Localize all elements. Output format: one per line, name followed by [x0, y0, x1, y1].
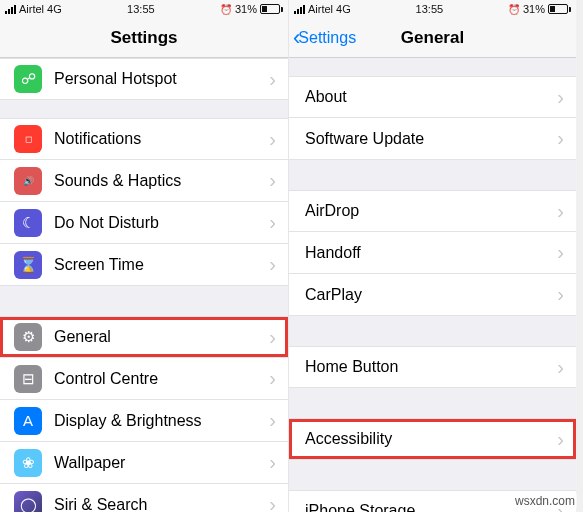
row-personal-hotspot[interactable]: ☍Personal Hotspot›: [0, 58, 288, 100]
row-control-centre[interactable]: ⊟Control Centre›: [0, 358, 288, 400]
screentime-icon: ⌛: [14, 251, 42, 279]
battery-icon: [548, 4, 571, 14]
chevron-right-icon: ›: [557, 241, 564, 264]
general-icon: ⚙: [14, 323, 42, 351]
row-software-update[interactable]: Software Update›: [289, 118, 576, 160]
chevron-right-icon: ›: [269, 128, 276, 151]
signal-icon: [5, 5, 16, 14]
chevron-right-icon: ›: [557, 356, 564, 379]
row-label: Home Button: [305, 358, 557, 376]
settings-list[interactable]: ☍Personal Hotspot› ◻︎Notifications›🔊Soun…: [0, 58, 288, 512]
nav-header: ‹ Settings General: [289, 18, 576, 58]
row-label: Personal Hotspot: [54, 70, 269, 88]
row-handoff[interactable]: Handoff›: [289, 232, 576, 274]
chevron-right-icon: ›: [269, 68, 276, 91]
row-label: AirDrop: [305, 202, 557, 220]
row-label: Handoff: [305, 244, 557, 262]
chevron-right-icon: ›: [557, 86, 564, 109]
battery-percent: 31%: [235, 3, 257, 15]
row-label: Siri & Search: [54, 496, 269, 513]
battery-icon: [260, 4, 283, 14]
chevron-right-icon: ›: [557, 127, 564, 150]
chevron-right-icon: ›: [269, 409, 276, 432]
row-display-brightness[interactable]: ADisplay & Brightness›: [0, 400, 288, 442]
status-bar: Airtel 4G 13:55 ⏰ 31%: [0, 0, 288, 18]
row-notifications[interactable]: ◻︎Notifications›: [0, 118, 288, 160]
general-screen: Airtel 4G 13:55 ⏰ 31% ‹ Settings General…: [288, 0, 576, 512]
network-label: 4G: [47, 3, 62, 15]
dnd-icon: ☾: [14, 209, 42, 237]
row-accessibility[interactable]: Accessibility›: [289, 418, 576, 460]
chevron-right-icon: ›: [269, 169, 276, 192]
row-general[interactable]: ⚙General›: [0, 316, 288, 358]
chevron-right-icon: ›: [269, 326, 276, 349]
alarm-icon: ⏰: [220, 4, 232, 15]
page-title: General: [401, 28, 464, 48]
row-wallpaper[interactable]: ❀Wallpaper›: [0, 442, 288, 484]
signal-icon: [294, 5, 305, 14]
row-label: Software Update: [305, 130, 557, 148]
back-button[interactable]: ‹ Settings: [293, 18, 356, 57]
chevron-right-icon: ›: [557, 428, 564, 451]
row-label: Do Not Disturb: [54, 214, 269, 232]
chevron-right-icon: ›: [557, 200, 564, 223]
row-label: Screen Time: [54, 256, 269, 274]
nav-header: Settings: [0, 18, 288, 58]
row-label: General: [54, 328, 269, 346]
row-label: Wallpaper: [54, 454, 269, 472]
settings-screen: Airtel 4G 13:55 ⏰ 31% Settings ☍Personal…: [0, 0, 288, 512]
chevron-right-icon: ›: [557, 283, 564, 306]
carrier-label: Airtel: [19, 3, 44, 15]
row-sounds-haptics[interactable]: 🔊Sounds & Haptics›: [0, 160, 288, 202]
general-list[interactable]: About›Software Update› AirDrop›Handoff›C…: [289, 58, 576, 512]
siri-icon: ◯: [14, 491, 42, 513]
chevron-right-icon: ›: [269, 493, 276, 512]
chevron-right-icon: ›: [269, 253, 276, 276]
row-do-not-disturb[interactable]: ☾Do Not Disturb›: [0, 202, 288, 244]
chevron-right-icon: ›: [269, 367, 276, 390]
display-icon: A: [14, 407, 42, 435]
notifications-icon: ◻︎: [14, 125, 42, 153]
row-home-button[interactable]: Home Button›: [289, 346, 576, 388]
row-label: Display & Brightness: [54, 412, 269, 430]
chevron-right-icon: ›: [269, 451, 276, 474]
alarm-icon: ⏰: [508, 4, 520, 15]
page-title: Settings: [110, 28, 177, 48]
row-label: Control Centre: [54, 370, 269, 388]
personal-hotspot-icon: ☍: [14, 65, 42, 93]
row-about[interactable]: About›: [289, 76, 576, 118]
control-centre-icon: ⊟: [14, 365, 42, 393]
row-label: Notifications: [54, 130, 269, 148]
row-carplay[interactable]: CarPlay›: [289, 274, 576, 316]
back-label: Settings: [298, 29, 356, 47]
clock: 13:55: [416, 3, 444, 15]
battery-percent: 31%: [523, 3, 545, 15]
row-label: CarPlay: [305, 286, 557, 304]
clock: 13:55: [127, 3, 155, 15]
network-label: 4G: [336, 3, 351, 15]
wallpaper-icon: ❀: [14, 449, 42, 477]
status-bar: Airtel 4G 13:55 ⏰ 31%: [289, 0, 576, 18]
row-siri-search[interactable]: ◯Siri & Search›: [0, 484, 288, 512]
watermark: wsxdn.com: [513, 494, 577, 508]
row-screen-time[interactable]: ⌛Screen Time›: [0, 244, 288, 286]
row-label: About: [305, 88, 557, 106]
sounds-icon: 🔊: [14, 167, 42, 195]
row-label: Sounds & Haptics: [54, 172, 269, 190]
row-airdrop[interactable]: AirDrop›: [289, 190, 576, 232]
row-label: Accessibility: [305, 430, 557, 448]
chevron-right-icon: ›: [269, 211, 276, 234]
carrier-label: Airtel: [308, 3, 333, 15]
